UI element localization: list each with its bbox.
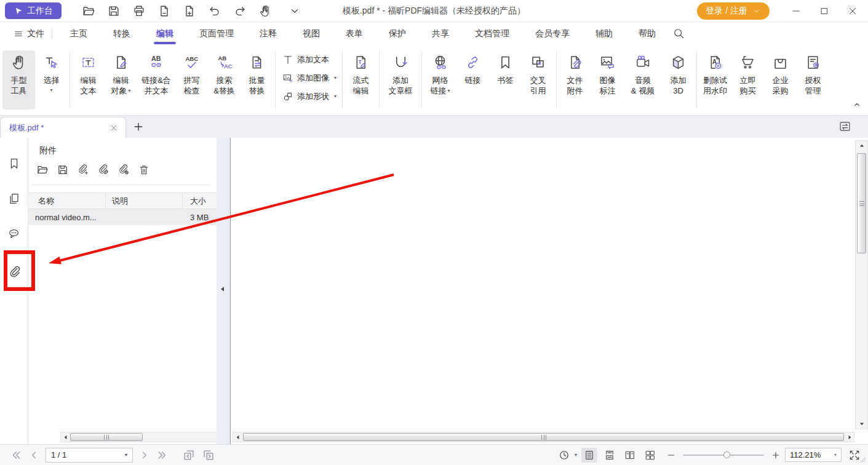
facing-continuous-view-button[interactable] bbox=[642, 448, 658, 463]
menu-item-assist[interactable]: 辅助 bbox=[583, 22, 626, 46]
spell-check-button[interactable]: ABC拼写检查 bbox=[175, 50, 208, 109]
link-button[interactable]: 链接 bbox=[456, 50, 489, 109]
document-tab[interactable]: 模板.pdf * bbox=[0, 117, 126, 138]
add-article-box-button[interactable]: 添加文章框 bbox=[381, 50, 420, 109]
add-text-button[interactable]: 添加文本 bbox=[282, 52, 336, 67]
menu-item-page-manage[interactable]: 页面管理 bbox=[186, 22, 247, 46]
menu-search-button[interactable] bbox=[672, 27, 685, 41]
scroll-right-icon[interactable] bbox=[845, 433, 854, 442]
menu-item-convert[interactable]: 转换 bbox=[100, 22, 143, 46]
attachment-settings-button[interactable] bbox=[117, 163, 130, 176]
sidebar-panel-attachments-button[interactable] bbox=[7, 264, 22, 279]
sidebar-panel-pages-button[interactable] bbox=[7, 191, 22, 206]
zoom-slider-thumb[interactable] bbox=[723, 451, 730, 458]
panel-hscroll-thumb[interactable] bbox=[70, 433, 143, 441]
hand-mode-caret[interactable]: ▾ bbox=[265, 8, 268, 14]
delete-pages-button[interactable] bbox=[157, 4, 172, 18]
open-button[interactable] bbox=[81, 4, 96, 18]
file-attachment-button[interactable]: 文件附件 bbox=[559, 50, 591, 109]
bookmark-button[interactable]: 书签 bbox=[489, 50, 522, 109]
customize-toolbar-button[interactable] bbox=[287, 4, 302, 18]
maximize-button[interactable] bbox=[818, 4, 831, 18]
next-page-button[interactable] bbox=[139, 450, 150, 461]
previous-view-button[interactable] bbox=[182, 448, 196, 462]
menu-item-file[interactable]: 文件 bbox=[11, 22, 47, 46]
menu-item-share[interactable]: 共享 bbox=[419, 22, 462, 46]
vertical-scrollbar[interactable] bbox=[855, 140, 868, 429]
close-button[interactable] bbox=[846, 4, 859, 18]
last-page-button[interactable] bbox=[156, 449, 169, 461]
print-button[interactable] bbox=[132, 4, 146, 18]
first-page-button[interactable] bbox=[10, 449, 22, 461]
switch-tabs-button[interactable] bbox=[838, 120, 851, 133]
next-view-button[interactable] bbox=[202, 448, 215, 462]
remove-trial-watermark-button[interactable]: A删除试用水印 bbox=[699, 50, 731, 109]
enterprise-purchase-button[interactable]: 企业采购 bbox=[764, 50, 797, 109]
menu-item-view[interactable]: 视图 bbox=[290, 22, 333, 46]
document-horizontal-scrollbar[interactable] bbox=[233, 432, 854, 442]
ribbon-collapse-button[interactable] bbox=[852, 100, 862, 111]
zoom-in-button[interactable] bbox=[771, 450, 781, 460]
undo-button[interactable] bbox=[207, 4, 222, 18]
edit-attachment-button[interactable] bbox=[97, 163, 109, 176]
panel-collapse-handle[interactable] bbox=[218, 284, 228, 295]
cross-reference-button[interactable]: 交叉引用 bbox=[522, 50, 554, 109]
tab-close-icon[interactable] bbox=[109, 124, 118, 132]
scroll-left-icon[interactable] bbox=[234, 433, 242, 442]
menu-item-home[interactable]: 主页 bbox=[57, 22, 100, 46]
facing-view-button[interactable] bbox=[622, 448, 638, 463]
scroll-left-icon[interactable] bbox=[62, 433, 70, 442]
column-header-size[interactable]: 大小 bbox=[183, 193, 217, 209]
column-header-name[interactable]: 名称 bbox=[28, 193, 106, 209]
edit-object-button[interactable]: 编辑对象▾ bbox=[105, 50, 137, 109]
new-tab-button[interactable] bbox=[133, 121, 144, 132]
license-management-button[interactable]: 授权管理 bbox=[797, 50, 829, 109]
menu-item-comment[interactable]: 注释 bbox=[247, 22, 290, 46]
add-image-button[interactable]: 添加图像▾ bbox=[282, 70, 336, 85]
menu-item-help[interactable]: 帮助 bbox=[626, 22, 669, 46]
hand-tool-button[interactable]: 手型工具 bbox=[2, 50, 35, 109]
add-attachment-button[interactable] bbox=[76, 163, 89, 176]
save-attachment-button[interactable] bbox=[56, 163, 69, 176]
menu-item-member[interactable]: 会员专享 bbox=[522, 22, 583, 46]
column-header-description[interactable]: 说明 bbox=[106, 193, 183, 209]
workspace-button[interactable]: 工作台 bbox=[5, 2, 62, 19]
minimize-button[interactable] bbox=[789, 4, 803, 18]
add-3d-button[interactable]: 添加3D bbox=[662, 50, 695, 109]
insert-pages-button[interactable] bbox=[182, 4, 197, 18]
doc-hscroll-thumb[interactable] bbox=[243, 433, 844, 441]
save-button[interactable] bbox=[106, 4, 121, 18]
zoom-out-button[interactable] bbox=[666, 450, 676, 460]
menu-item-doc-manage[interactable]: 文档管理 bbox=[462, 22, 522, 46]
search-replace-button[interactable]: ABAC搜索&替换 bbox=[208, 50, 241, 109]
menu-item-edit[interactable]: 编辑 bbox=[143, 22, 186, 46]
sidebar-panel-comments-button[interactable] bbox=[7, 226, 22, 241]
resize-grip[interactable] bbox=[857, 454, 867, 464]
add-shape-button[interactable]: 添加形状▾ bbox=[282, 89, 336, 104]
vscroll-thumb[interactable] bbox=[857, 153, 866, 253]
page-number-select[interactable]: 1 / 1 ▾ bbox=[46, 448, 133, 463]
single-page-view-button[interactable] bbox=[581, 448, 597, 463]
previous-page-button[interactable] bbox=[28, 450, 39, 461]
web-link-button[interactable]: 网络链接▾ bbox=[424, 50, 456, 109]
menu-item-protect[interactable]: 保护 bbox=[376, 22, 419, 46]
zoom-level-select[interactable]: 112.21% ▾ bbox=[785, 448, 842, 462]
rotate-view-button[interactable] bbox=[558, 449, 570, 461]
buy-now-button[interactable]: 立即购买 bbox=[731, 50, 764, 109]
batch-replace-button[interactable]: 批量替换 bbox=[241, 50, 273, 109]
flow-edit-button[interactable]: T流式编辑 bbox=[344, 50, 377, 109]
rotate-view-caret-icon[interactable]: ▾ bbox=[575, 452, 577, 458]
select-button[interactable]: 选择▾ bbox=[35, 50, 68, 109]
open-attachment-button[interactable] bbox=[36, 163, 49, 176]
document-page[interactable] bbox=[230, 138, 855, 444]
continuous-view-button[interactable] bbox=[602, 448, 618, 463]
link-merge-text-button[interactable]: AB链接&合并文本 bbox=[137, 50, 175, 109]
scroll-up-icon[interactable] bbox=[858, 141, 866, 150]
sidebar-panel-bookmarks-button[interactable] bbox=[7, 156, 22, 171]
delete-attachment-button[interactable] bbox=[137, 163, 150, 176]
image-annotation-button[interactable]: 图像标注 bbox=[591, 50, 624, 109]
audio-video-button[interactable]: 音频& 视频 bbox=[624, 50, 662, 109]
login-register-button[interactable]: 登录 / 注册 bbox=[697, 2, 770, 20]
redo-button[interactable] bbox=[233, 4, 247, 18]
zoom-slider[interactable] bbox=[683, 449, 764, 461]
